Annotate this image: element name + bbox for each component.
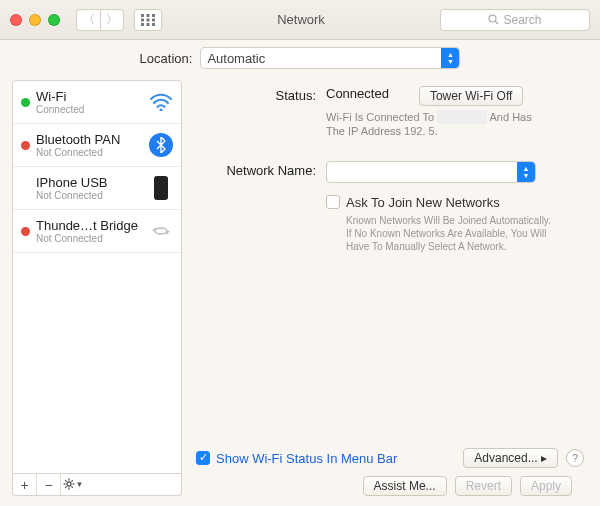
svg-rect-3 — [141, 18, 144, 21]
search-placeholder: Search — [503, 13, 541, 27]
revert-button[interactable]: Revert — [455, 476, 512, 496]
show-menubar-label: Show Wi-Fi Status In Menu Bar — [216, 451, 397, 466]
network-name-select[interactable]: ▲▼ — [326, 161, 536, 183]
title-bar: 〈 〉 Network Search — [0, 0, 600, 40]
status-value: Connected — [326, 86, 389, 101]
svg-rect-0 — [141, 14, 144, 17]
checkbox-checked-icon: ✓ — [196, 451, 210, 465]
status-hint: Wi-Fi Is Connected To And Has The IP Add… — [326, 110, 584, 139]
service-actions-button[interactable]: ▼ — [61, 474, 85, 495]
location-row: Location: Automatic ▲▼ — [0, 40, 600, 76]
apply-button[interactable]: Apply — [520, 476, 572, 496]
service-name: Bluetooth PAN — [36, 132, 143, 147]
footer-buttons: Assist Me... Revert Apply — [196, 468, 584, 496]
service-status: Not Connected — [36, 190, 143, 201]
bottom-options: ✓ Show Wi-Fi Status In Menu Bar Advanced… — [196, 448, 584, 468]
service-name: Wi-Fi — [36, 89, 143, 104]
detail-pane: Status: Connected Tower Wi-Fi Off Wi-Fi … — [192, 80, 588, 496]
network-name-label: Network Name: — [196, 161, 316, 183]
main-area: Wi-Fi Connected Bluetooth PAN Not Connec… — [0, 76, 600, 506]
svg-rect-8 — [152, 23, 155, 26]
service-status: Not Connected — [36, 147, 143, 158]
status-label: Status: — [196, 86, 316, 106]
status-dot-icon — [21, 141, 30, 150]
minimize-window[interactable] — [29, 14, 41, 26]
search-icon — [488, 14, 499, 25]
thunderbolt-icon — [149, 219, 173, 243]
assist-me-button[interactable]: Assist Me... — [363, 476, 447, 496]
advanced-button[interactable]: Advanced... ▸ — [463, 448, 558, 468]
wifi-icon — [149, 90, 173, 114]
service-name: Thunde…t Bridge — [36, 218, 143, 233]
gear-icon — [63, 478, 75, 492]
svg-rect-5 — [152, 18, 155, 21]
show-all-prefs-button[interactable] — [134, 9, 162, 31]
checkbox-icon — [326, 195, 340, 209]
add-service-button[interactable]: + — [13, 474, 37, 495]
remove-service-button[interactable]: − — [37, 474, 61, 495]
window-controls — [10, 14, 60, 26]
window-title: Network — [172, 12, 430, 27]
status-dot-icon — [21, 98, 30, 107]
services-pane: Wi-Fi Connected Bluetooth PAN Not Connec… — [12, 80, 182, 496]
service-wifi[interactable]: Wi-Fi Connected — [13, 81, 181, 124]
services-list: Wi-Fi Connected Bluetooth PAN Not Connec… — [12, 80, 182, 474]
chevron-updown-icon: ▲▼ — [517, 162, 535, 182]
svg-line-21 — [65, 486, 66, 487]
svg-line-18 — [65, 480, 66, 481]
service-iphone-usb[interactable]: IPhone USB Not Connected — [13, 167, 181, 210]
show-menubar-checkbox[interactable]: ✓ Show Wi-Fi Status In Menu Bar — [196, 451, 397, 466]
location-value: Automatic — [207, 51, 265, 66]
svg-line-19 — [71, 486, 72, 487]
grid-icon — [141, 14, 155, 26]
phone-icon — [149, 176, 173, 200]
service-bluetooth-pan[interactable]: Bluetooth PAN Not Connected — [13, 124, 181, 167]
forward-button[interactable]: 〉 — [100, 9, 124, 31]
ask-to-join-checkbox[interactable]: Ask To Join New Networks — [326, 195, 584, 210]
zoom-window[interactable] — [48, 14, 60, 26]
svg-rect-6 — [141, 23, 144, 26]
services-toolbar: + − ▼ — [12, 474, 182, 496]
close-window[interactable] — [10, 14, 22, 26]
svg-rect-1 — [147, 14, 150, 17]
svg-line-10 — [496, 22, 499, 25]
wifi-toggle-button[interactable]: Tower Wi-Fi Off — [419, 86, 523, 106]
svg-point-13 — [67, 482, 71, 486]
help-button[interactable]: ? — [566, 449, 584, 467]
ask-to-join-label: Ask To Join New Networks — [346, 195, 500, 210]
nav-buttons: 〈 〉 — [76, 9, 124, 31]
svg-point-12 — [155, 228, 167, 234]
ask-to-join-hint: Known Networks Will Be Joined Automatica… — [326, 214, 556, 253]
service-thunderbolt-bridge[interactable]: Thunde…t Bridge Not Connected — [13, 210, 181, 253]
status-dot-icon — [21, 184, 30, 193]
location-label: Location: — [140, 51, 193, 66]
svg-line-20 — [71, 480, 72, 481]
svg-rect-7 — [147, 23, 150, 26]
svg-rect-2 — [152, 14, 155, 17]
svg-point-11 — [159, 108, 162, 111]
service-name: IPhone USB — [36, 175, 143, 190]
back-button[interactable]: 〈 — [76, 9, 100, 31]
service-status: Connected — [36, 104, 143, 115]
location-select[interactable]: Automatic ▲▼ — [200, 47, 460, 69]
svg-point-9 — [489, 15, 496, 22]
chevron-updown-icon: ▲▼ — [441, 48, 459, 68]
bluetooth-icon — [149, 133, 173, 157]
service-status: Not Connected — [36, 233, 143, 244]
search-field[interactable]: Search — [440, 9, 590, 31]
status-dot-icon — [21, 227, 30, 236]
svg-rect-4 — [147, 18, 150, 21]
